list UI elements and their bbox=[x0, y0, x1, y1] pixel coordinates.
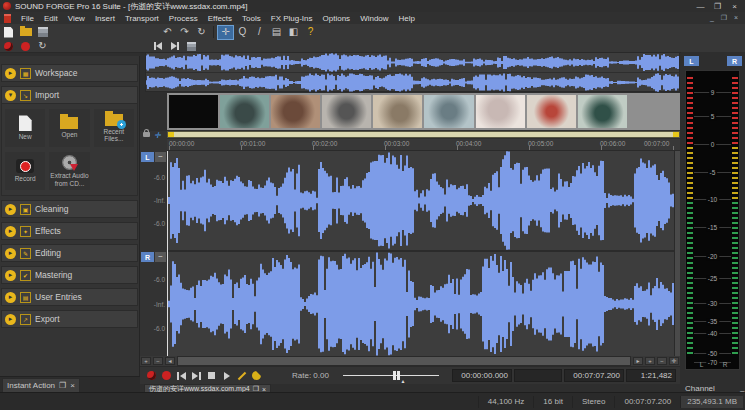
cursor-position-field[interactable]: 00:00:00.000 bbox=[452, 369, 512, 382]
loop-playback-icon[interactable]: ↻ bbox=[35, 40, 50, 53]
extract-audio-action[interactable]: Extract Audio from CD... bbox=[49, 152, 89, 190]
menu-tools[interactable]: Tools bbox=[237, 14, 266, 23]
menu-options[interactable]: Options bbox=[318, 14, 356, 23]
menu-help[interactable]: Help bbox=[394, 14, 420, 23]
go-to-end-icon[interactable] bbox=[167, 40, 182, 53]
rate-slider[interactable]: ▲ bbox=[343, 370, 439, 381]
ruler-tick: 00:03:00 bbox=[384, 140, 409, 147]
record-remote-button[interactable] bbox=[144, 369, 159, 382]
new-action[interactable]: New bbox=[5, 109, 45, 147]
mdi-restore-icon[interactable]: ❐ bbox=[718, 14, 730, 22]
menu-fx-plugins[interactable]: FX Plug-Ins bbox=[266, 14, 318, 23]
open-action[interactable]: Open bbox=[49, 109, 89, 147]
scroll-left-icon[interactable]: ◂ bbox=[165, 357, 175, 365]
sample-rate-status: 44,100 Hz bbox=[478, 396, 533, 408]
selection-field[interactable] bbox=[514, 369, 562, 382]
status-bar: 44,100 Hz 16 bit Stereo 00:07:07.200 235… bbox=[0, 392, 745, 410]
sidebar-item-effects[interactable]: ▸ ✦ Effects bbox=[1, 222, 138, 240]
right-channel-button[interactable]: R bbox=[141, 252, 154, 262]
record-action[interactable]: Record bbox=[5, 152, 45, 190]
length-status: 00:07:07.200 bbox=[614, 396, 680, 408]
magnify-tool-icon[interactable]: ✛ bbox=[154, 131, 161, 140]
left-channel-waveform[interactable] bbox=[167, 151, 674, 250]
db-label: -Inf. bbox=[154, 197, 165, 204]
menu-process[interactable]: Process bbox=[164, 14, 203, 23]
video-thumbnail-strip[interactable] bbox=[167, 93, 680, 130]
horizontal-scrollbar[interactable] bbox=[177, 356, 631, 366]
loop-playback-button[interactable] bbox=[249, 369, 264, 382]
repeat-icon[interactable]: ↻ bbox=[194, 26, 209, 39]
scroll-right-icon[interactable]: ▸ bbox=[633, 357, 643, 365]
open-file-icon[interactable] bbox=[18, 26, 33, 39]
sidebar-item-export[interactable]: ▸ ↗ Export bbox=[1, 310, 138, 328]
playback-cursor[interactable] bbox=[167, 151, 168, 356]
overview-waveform[interactable] bbox=[145, 52, 680, 92]
envelope-tool-icon[interactable]: ▤ bbox=[269, 26, 284, 39]
lock-icon[interactable] bbox=[143, 132, 150, 137]
zoom-in-time-icon[interactable]: + bbox=[645, 357, 655, 365]
left-channel-button[interactable]: L bbox=[141, 152, 154, 162]
vertical-scrollbar[interactable] bbox=[674, 151, 680, 356]
event-tool-icon[interactable]: ◧ bbox=[286, 26, 301, 39]
rate-slider-handle[interactable] bbox=[393, 371, 400, 380]
mdi-close-icon[interactable]: × bbox=[730, 14, 742, 22]
float-icon[interactable]: ❐ bbox=[59, 381, 66, 390]
recent-files-action[interactable]: Recent Files... bbox=[94, 109, 134, 147]
sidebar-item-editing[interactable]: ▸ ✎ Editing bbox=[1, 244, 138, 262]
sidebar-item-mastering[interactable]: ▸ ✔ Mastering bbox=[1, 266, 138, 284]
undo-icon[interactable]: ↶ bbox=[160, 26, 175, 39]
edit-tool-icon[interactable]: ✛ bbox=[218, 26, 233, 39]
go-to-start-button[interactable] bbox=[174, 369, 189, 382]
right-channel-waveform[interactable] bbox=[167, 252, 674, 356]
new-file-icon[interactable] bbox=[1, 26, 16, 39]
maximize-icon[interactable]: ❐ bbox=[709, 2, 726, 11]
close-icon[interactable]: × bbox=[70, 381, 75, 390]
meter-right-button[interactable]: R bbox=[727, 56, 742, 66]
zoom-out-icon[interactable]: − bbox=[153, 357, 163, 365]
go-to-start-icon[interactable] bbox=[150, 40, 165, 53]
save-file-icon[interactable] bbox=[35, 26, 50, 39]
redo-icon[interactable]: ↷ bbox=[177, 26, 192, 39]
waveform-display[interactable] bbox=[167, 151, 674, 356]
tab-instant-action[interactable]: Instant Action ❐ × bbox=[2, 378, 80, 393]
help-icon[interactable]: ? bbox=[303, 26, 318, 39]
menu-effects[interactable]: Effects bbox=[203, 14, 237, 23]
record-icon[interactable] bbox=[18, 40, 33, 53]
sidebar-item-cleaning[interactable]: ▸ ▣ Cleaning bbox=[1, 200, 138, 218]
time-ruler[interactable]: 00:00:00 00:01:00 00:02:00 00:03:00 00:0… bbox=[167, 139, 680, 151]
loop-start-handle[interactable] bbox=[168, 132, 174, 137]
menu-insert[interactable]: Insert bbox=[90, 14, 120, 23]
play-as-cutlist-button[interactable] bbox=[234, 369, 249, 382]
overview-left-channel[interactable] bbox=[146, 53, 679, 72]
zoom-in-icon[interactable]: + bbox=[141, 357, 151, 365]
pencil-tool-icon[interactable]: / bbox=[252, 26, 267, 39]
overview-right-channel[interactable] bbox=[146, 73, 679, 92]
magnify-tool-icon[interactable]: Q bbox=[235, 26, 250, 39]
zoom-out-time-icon[interactable]: − bbox=[657, 357, 667, 365]
sidebar-item-user-entries[interactable]: ▸ ▤ User Entries bbox=[1, 288, 138, 306]
menu-edit[interactable]: Edit bbox=[39, 14, 63, 23]
zoom-selection-icon[interactable]: ✛ bbox=[669, 357, 679, 365]
record-remote-icon[interactable] bbox=[1, 40, 16, 53]
paste-special-icon[interactable] bbox=[184, 40, 199, 53]
menu-file[interactable]: File bbox=[16, 14, 39, 23]
loop-end-handle[interactable] bbox=[673, 132, 679, 137]
go-to-end-button[interactable] bbox=[189, 369, 204, 382]
duration-field[interactable]: 00:07:07.200 bbox=[564, 369, 624, 382]
sidebar-item-workspace[interactable]: ▸ ▦ Workspace bbox=[1, 64, 138, 82]
left-minimize-button[interactable]: − bbox=[155, 152, 166, 162]
menu-window[interactable]: Window bbox=[355, 14, 393, 23]
menu-transport[interactable]: Transport bbox=[120, 14, 164, 23]
close-icon[interactable]: × bbox=[726, 2, 743, 11]
meter-left-button[interactable]: L bbox=[684, 56, 699, 66]
record-button[interactable] bbox=[159, 369, 174, 382]
minimize-icon[interactable]: — bbox=[692, 2, 709, 11]
samples-field[interactable]: 1:21,482 bbox=[626, 369, 676, 382]
loop-region-bar[interactable] bbox=[167, 131, 680, 138]
play-button[interactable] bbox=[219, 369, 234, 382]
right-minimize-button[interactable]: − bbox=[155, 252, 166, 262]
stop-button[interactable] bbox=[204, 369, 219, 382]
mdi-minimize-icon[interactable]: _ bbox=[706, 14, 718, 22]
menu-view[interactable]: View bbox=[63, 14, 90, 23]
sidebar-item-import[interactable]: ▾ ↘ Import bbox=[1, 86, 138, 104]
